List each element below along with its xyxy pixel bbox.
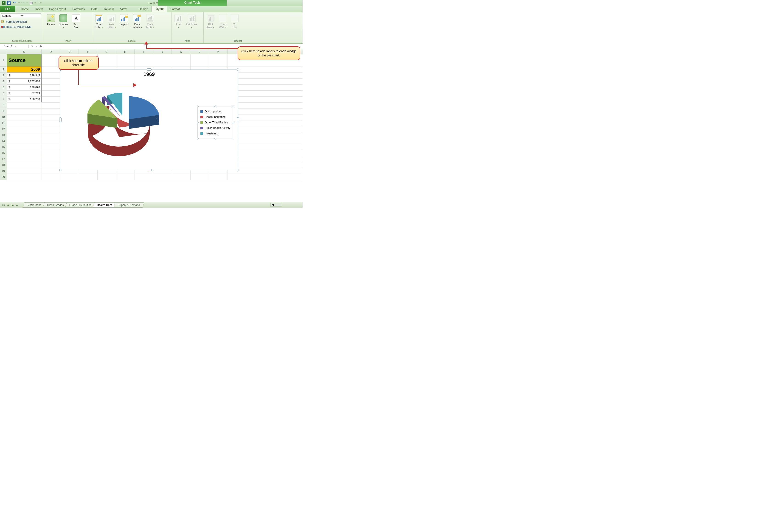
picture-button[interactable]: Picture [45,13,57,26]
save-button[interactable] [7,1,11,5]
row-20[interactable]: 20 [0,174,7,180]
tab-nav-last[interactable]: ⏭ [15,203,19,207]
row-4[interactable]: 4 [0,78,7,84]
col-H[interactable]: H [116,49,135,54]
current-selection-group: Legend Format Selection Reset to Match S… [0,12,44,43]
worksheet-area: C D E F G H I J K L M 1 2345678910111213… [0,49,303,197]
chart-title[interactable]: 1969 [60,71,238,77]
print-button[interactable] [29,1,33,5]
cell-grid[interactable]: Source 2009 $299,345 $1,767,416 $186,090… [7,54,303,180]
svg-rect-23 [138,15,141,17]
shapes-button[interactable]: Shapes [57,13,69,29]
col-K[interactable]: K [172,49,190,54]
sheet-tab[interactable]: Class Grades [43,202,68,208]
name-box[interactable]: Chart 2 [0,45,29,48]
col-E[interactable]: E [60,49,79,54]
review-tab[interactable]: Review [101,6,117,12]
axes-button[interactable]: Axes [172,13,184,29]
tab-nav-next[interactable]: ▶ [11,203,15,207]
data-labels-button[interactable]: Data Labels [131,13,144,29]
data-table-button[interactable]: Data Table [144,13,156,29]
cell-C4[interactable]: $1,767,416 [7,78,41,84]
axes-group: Axes Gridlines Axes [172,12,204,43]
reset-style-button[interactable]: Reset to Match Style [1,24,43,29]
pie-plot[interactable] [69,85,177,166]
sheet-tab[interactable]: Supply & Demand [114,202,144,208]
sheet-tab-active[interactable]: Health Care [93,202,117,208]
row-17[interactable]: 17 [0,156,7,162]
row-15[interactable]: 15 [0,144,7,150]
fx-icon[interactable]: fx [40,44,42,48]
chart-wall-button[interactable]: Chart Wall [217,13,229,29]
col-L[interactable]: L [190,49,209,54]
col-J[interactable]: J [153,49,172,54]
redo-button[interactable] [21,1,25,5]
format-selection-button[interactable]: Format Selection [1,19,43,24]
undo-button[interactable] [12,1,17,5]
insert-tab[interactable]: Insert [32,6,46,12]
row-7[interactable]: 7 [0,96,7,102]
col-D[interactable]: D [41,49,60,54]
row-10[interactable]: 10 [0,114,7,120]
sheet-tab[interactable]: Stock Trend [22,202,46,208]
gridlines-button[interactable]: Gridlines [185,13,198,29]
home-tab[interactable]: Home [18,6,32,12]
undo-dropdown[interactable] [18,2,20,4]
row-5[interactable]: 5 [0,84,7,90]
col-I[interactable]: I [135,49,153,54]
layout-tab[interactable]: Layout [151,6,167,12]
row-1[interactable]: 1 [0,54,7,66]
svg-rect-17 [123,18,124,21]
chart-elements-combo[interactable]: Legend [1,13,41,18]
row-12[interactable]: 12 [0,126,7,132]
format-tab[interactable]: Format [167,6,183,12]
axis-titles-button[interactable]: Axis Titles [106,13,118,29]
row-18[interactable]: 18 [0,162,7,168]
row-14[interactable]: 14 [0,138,7,144]
sheet-tab[interactable]: Grade Distribution [65,202,96,208]
qat-customize[interactable] [40,2,41,4]
col-F[interactable]: F [79,49,98,54]
row-16[interactable]: 16 [0,150,7,156]
file-tab[interactable]: File [0,6,15,12]
cell-C1[interactable]: Source [7,54,41,66]
chart-title-button[interactable]: Chart Title [93,13,105,29]
row-8[interactable]: 8 [0,102,7,108]
col-C[interactable]: C [7,49,41,54]
redo-dropdown[interactable] [26,2,28,4]
svg-rect-15 [113,17,114,21]
cell-C7[interactable]: $156,230 [7,96,41,102]
formulas-tab[interactable]: Formulas [69,6,88,12]
chart-legend[interactable]: Out of pocket Health Insurance Other Thi… [197,106,233,139]
chart-floor-button[interactable]: Ch Flo [229,13,240,29]
legend-button[interactable]: Legend [118,13,130,29]
embedded-chart[interactable]: 1969 [60,69,238,170]
row-19[interactable]: 19 [0,168,7,174]
cell-C5[interactable]: $186,090 [7,84,41,90]
row-13[interactable]: 13 [0,132,7,138]
cell-C3[interactable]: $299,345 [7,72,41,78]
insert-group: Picture Shapes Text Box Insert [44,12,92,43]
pagelayout-tab[interactable]: Page Layout [46,6,69,12]
data-tab[interactable]: Data [88,6,101,12]
col-M[interactable]: M [209,49,227,54]
tab-nav-prev[interactable]: ◀ [6,203,10,207]
cell-C2[interactable]: 2009 [7,66,41,72]
row-6[interactable]: 6 [0,90,7,96]
excel-icon[interactable]: X [1,1,6,5]
textbox-button[interactable]: Text Box [70,13,82,29]
row-9[interactable]: 9 [0,108,7,114]
row-11[interactable]: 11 [0,120,7,126]
select-all-corner[interactable] [0,49,7,54]
print-dropdown[interactable] [34,2,36,4]
row-2[interactable]: 2 [0,66,7,72]
col-G[interactable]: G [98,49,116,54]
svg-rect-18 [124,17,125,21]
tab-nav-first[interactable]: ⏮ [1,203,6,207]
plot-area-button[interactable]: Plot Area [205,13,216,29]
row-3[interactable]: 3 [0,72,7,78]
design-tab[interactable]: Design [136,6,151,12]
view-tab[interactable]: View [117,6,130,12]
cell-C6[interactable]: $77,213 [7,90,41,96]
horizontal-scroll[interactable]: ◀ [270,203,282,207]
